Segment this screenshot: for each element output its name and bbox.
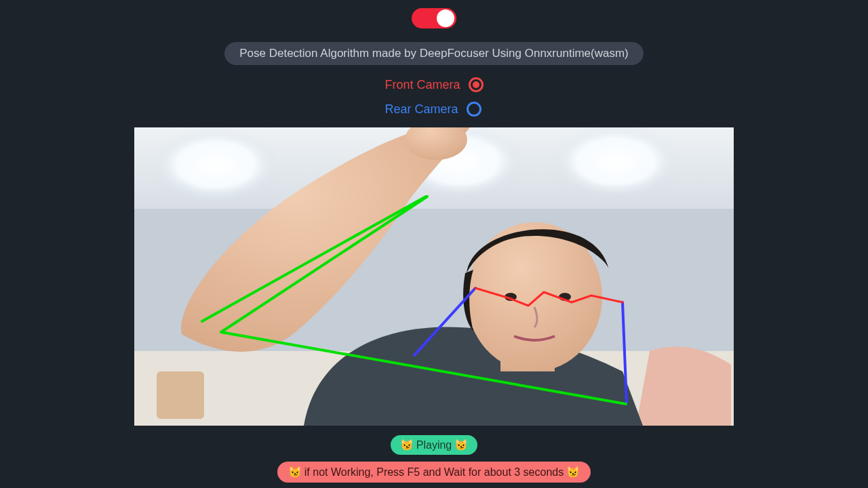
toggle-knob [437, 9, 454, 27]
camera-scene [134, 127, 734, 426]
rear-camera-radio[interactable]: Rear Camera [384, 102, 483, 117]
front-camera-radio[interactable]: Front Camera [384, 77, 483, 92]
cat-icon: 😼 [288, 466, 302, 479]
cat-icon: 😼 [454, 439, 468, 451]
cat-icon: 😼 [566, 466, 580, 479]
radio-selected-icon [469, 77, 484, 92]
svg-rect-6 [157, 371, 204, 419]
rear-camera-label: Rear Camera [384, 102, 458, 117]
svg-point-4 [551, 127, 680, 199]
svg-point-10 [505, 293, 517, 301]
status-badge: 😼 Playing 😼 [391, 435, 477, 455]
front-camera-label: Front Camera [384, 78, 460, 92]
help-label: if not Working, Press F5 and Wait for ab… [304, 466, 564, 479]
svg-point-2 [151, 127, 280, 202]
help-badge: 😼 if not Working, Press F5 and Wait for … [277, 462, 591, 483]
cat-icon: 😼 [400, 439, 414, 451]
status-label: Playing [416, 439, 452, 451]
svg-point-11 [559, 293, 571, 301]
description-badge: Pose Detection Algorithm made by DeepFoc… [224, 42, 644, 65]
power-toggle[interactable] [412, 8, 456, 28]
camera-radio-group: Front Camera Rear Camera [384, 77, 483, 117]
radio-unselected-icon [467, 102, 481, 117]
camera-preview [134, 127, 734, 426]
